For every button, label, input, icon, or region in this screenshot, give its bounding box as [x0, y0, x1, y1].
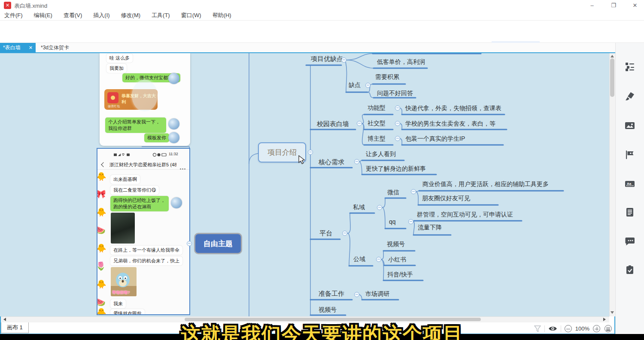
topic[interactable]: 公域	[353, 256, 365, 263]
topic-free-topic[interactable]: 自由主题	[194, 233, 242, 254]
topic[interactable]: 更快了解身边的新鲜事	[366, 165, 426, 173]
scroll-up-icon[interactable]	[611, 55, 614, 57]
menu-file[interactable]: 文件(F)	[4, 12, 23, 19]
comments-button[interactable]	[625, 237, 635, 246]
xmind-window: ✕ 表白墙.xmind – ❐ ✕ 文件(F) 编辑(E) 查看(V) 插入(I…	[0, 0, 644, 340]
notes-button[interactable]	[625, 208, 635, 217]
topic[interactable]: 朋友圈仅好友可见	[422, 195, 470, 202]
collapse-badge[interactable]	[395, 105, 400, 111]
topic[interactable]: 群管理，空间互动可见，可申请认证	[417, 211, 513, 219]
chat-screenshot-2[interactable]: 11:32 浙江财经大学恋爱相亲社群5 (486) 🐥 🎀 🐥 🍉 🐥 🌷 🐥 …	[97, 148, 190, 315]
notes-icon	[625, 208, 635, 217]
topic[interactable]: 项目优缺点	[311, 55, 343, 63]
sticker: 🎀	[97, 190, 106, 198]
menu-edit[interactable]: 编辑(E)	[34, 12, 52, 19]
topic[interactable]: 包装一个真实的学生IP	[405, 135, 465, 143]
topic[interactable]: 抖音/快手	[387, 271, 413, 279]
meme-image[interactable]: 尊嘟假嘟?	[111, 267, 137, 296]
theme-button[interactable]	[625, 92, 635, 101]
task-button[interactable]	[625, 265, 635, 274]
mindmap-canvas[interactable]: 哇 这么多 我要加 好的，微信支付宝都可以 恭喜发财，大吉大利 微信红包 个人介…	[0, 53, 609, 316]
sticker: 🐥	[97, 308, 106, 315]
topic[interactable]: 私域	[353, 204, 365, 211]
scroll-right-icon[interactable]	[603, 318, 606, 321]
menu-modify[interactable]: 修改(M)	[121, 12, 141, 19]
insert-image-button[interactable]	[625, 121, 635, 130]
chat-bubble: 我来	[110, 299, 126, 308]
scroll-down-icon[interactable]	[611, 311, 614, 314]
topic[interactable]: 准备工作	[319, 290, 344, 298]
topic[interactable]: qq	[389, 218, 396, 225]
vertical-scroll-thumb[interactable]	[610, 58, 614, 97]
topic[interactable]: 需要积累	[375, 73, 399, 81]
topic[interactable]: 让多人看到	[366, 150, 396, 158]
collapse-badge[interactable]	[408, 219, 413, 224]
topic[interactable]: 问题不好回答	[377, 90, 413, 97]
topic[interactable]: 校园表白墙	[317, 120, 349, 128]
collapse-badge[interactable]	[342, 231, 347, 236]
chat-bubble: 出来面基啊	[110, 175, 140, 184]
label-aa-icon: Aa	[625, 179, 635, 189]
chat-screenshot-1[interactable]: 哇 这么多 我要加 好的，微信支付宝都可以 恭喜发财，大吉大利 微信红包 个人介…	[100, 53, 190, 146]
topic[interactable]: 微信	[387, 189, 399, 196]
topic[interactable]: 流量下降	[418, 224, 442, 232]
tab-3d-card[interactable]: *3d立体贺卡	[36, 43, 73, 52]
phone-clock: 11:32	[169, 152, 178, 156]
close-button[interactable]: ✕	[628, 1, 642, 10]
more-options-icon[interactable]	[179, 164, 185, 172]
topic[interactable]: 小红书	[388, 256, 406, 264]
chat-bubble: 哇 这么多	[106, 54, 133, 63]
sticker: 🌷	[97, 262, 106, 270]
topic[interactable]: 商业价值高，用户更活跃，相应的辅助工具更多	[422, 181, 549, 188]
collapse-badge[interactable]	[341, 57, 346, 63]
restore-button[interactable]: ❐	[606, 1, 621, 10]
label-button[interactable]: Aa	[625, 179, 635, 189]
menu-help[interactable]: 帮助(H)	[213, 12, 231, 19]
avatar	[168, 118, 179, 129]
collapse-badge[interactable]	[395, 121, 400, 126]
meme-caption: 尊嘟假嘟?	[112, 290, 130, 295]
collapse-badge[interactable]	[365, 83, 371, 88]
topic[interactable]: 低客单价，高利润	[377, 58, 425, 66]
chat-bubble: 模板发你	[144, 133, 169, 142]
topic[interactable]: 功能型	[368, 104, 386, 112]
group-chat-title: 浙江财经大学恋爱相亲社群5 (486)	[109, 162, 176, 168]
collapse-badge[interactable]	[354, 292, 359, 297]
avatar	[168, 132, 179, 143]
photo-message[interactable]	[111, 213, 135, 244]
topic[interactable]: 平台	[319, 229, 332, 238]
tab-biaobaiqiang[interactable]: *表白墙 ✕	[0, 43, 36, 52]
topic[interactable]: 市场调研	[365, 290, 389, 298]
collapse-badge[interactable]	[357, 121, 362, 126]
collapse-badge[interactable]	[411, 189, 416, 194]
sticker: 🍉	[97, 298, 106, 306]
menu-window[interactable]: 窗口(W)	[181, 12, 201, 19]
red-packet-icon	[107, 92, 118, 103]
collapse-badge[interactable]	[308, 150, 313, 155]
format-panel-button[interactable]	[625, 62, 635, 72]
menu-view[interactable]: 查看(V)	[64, 12, 82, 19]
collapse-badge[interactable]	[376, 257, 381, 262]
topic[interactable]: 社交型	[368, 120, 386, 127]
topic[interactable]: 视频号	[319, 306, 337, 314]
topic[interactable]: 核心需求	[319, 158, 344, 166]
marker-button[interactable]	[625, 150, 635, 159]
sticker: 🐥	[97, 172, 106, 181]
topic[interactable]: 学校的男生女生卖舍友，表白，等	[405, 120, 495, 128]
back-chevron-icon[interactable]	[101, 162, 106, 167]
horizontal-scroll-thumb[interactable]	[185, 318, 481, 321]
phone-status-icons-right	[152, 153, 167, 157]
minimize-button[interactable]: –	[585, 1, 599, 10]
scroll-left-icon[interactable]	[3, 318, 6, 321]
collapse-badge[interactable]	[395, 136, 400, 141]
topic[interactable]: 博主型	[368, 135, 386, 143]
collapse-badge[interactable]	[187, 241, 192, 246]
collapse-badge[interactable]	[377, 205, 382, 210]
menu-insert[interactable]: 插入(I)	[93, 12, 109, 19]
topic[interactable]: 视频号	[387, 241, 405, 248]
topic[interactable]: 缺点	[349, 81, 361, 89]
menu-tools[interactable]: 工具(T)	[152, 12, 170, 19]
collapse-badge[interactable]	[354, 159, 359, 164]
topic[interactable]: 快递代拿，外卖，失物招领，查课表	[405, 105, 501, 112]
tab-close-icon[interactable]: ✕	[29, 45, 33, 51]
